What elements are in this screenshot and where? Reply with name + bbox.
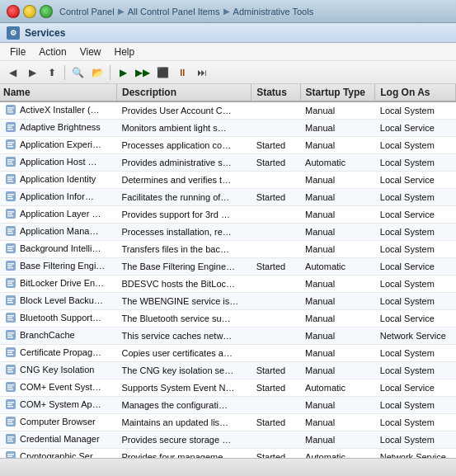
breadcrumb-item-1[interactable]: Control Panel [59,7,115,16]
up-button[interactable]: ⬆ [43,64,61,82]
table-row[interactable]: BitLocker Drive En…BDESVC hosts the BitL… [0,276,456,293]
col-header-logon[interactable]: Log On As [375,84,456,101]
cell-desc: Manages the configurati… [116,397,251,414]
cell-desc: Transfers files in the bac… [116,241,251,258]
svg-rect-75 [7,423,13,425]
services-table: Name Description Status Startup Type Log… [0,84,456,458]
menu-view[interactable]: View [73,45,108,59]
svg-rect-17 [7,177,14,178]
table-row[interactable]: Adaptive BrightnessMonitors ambient ligh… [0,120,456,137]
pause-button[interactable]: ⏸ [173,64,191,82]
breadcrumb-sep-2: ▶ [223,7,230,16]
cell-status [252,276,300,293]
svg-rect-50 [7,318,12,319]
window-controls[interactable] [7,5,53,18]
table-row[interactable]: BranchCacheThis service caches netw…Manu… [0,328,456,345]
svg-rect-57 [7,350,14,351]
table-row[interactable]: COM+ System Ap…Manages the configurati…M… [0,397,456,414]
stop-button[interactable]: ⬛ [153,64,172,82]
cell-desc: Processes installation, re… [116,224,251,241]
cell-desc: Provides administrative s… [116,154,251,172]
cell-status: Started [252,189,300,206]
cell-logon: Local Service [375,120,456,137]
breadcrumb-item-2[interactable]: All Control Panel Items [128,7,220,16]
cell-logon: Local System [375,276,456,293]
play-button[interactable]: ▶ [114,64,132,82]
table-row[interactable]: Application Experi…Processes application… [0,137,456,154]
col-header-desc[interactable]: Description [116,84,251,101]
cell-logon: Local System [375,414,456,431]
svg-rect-66 [7,387,12,389]
cell-desc: Processes application co… [116,137,251,154]
svg-rect-5 [7,125,14,126]
toolbar: ◀ ▶ ⬆ 🔍 📂 ▶ ▶▶ ⬛ ⏸ ⏭ [0,61,456,84]
menu-help[interactable]: Help [108,45,142,59]
play2-button[interactable]: ▶▶ [134,64,152,82]
cell-startup: Automatic [300,154,375,172]
svg-rect-3 [7,111,13,113]
maximize-button[interactable] [40,5,53,18]
back-button[interactable]: ◀ [3,64,21,82]
breadcrumb-item-3[interactable]: Administrative Tools [233,7,314,16]
table-row[interactable]: COM+ Event Syst…Supports System Event N…… [0,379,456,397]
cell-status [252,241,300,258]
table-row[interactable]: Application Mana…Processes installation,… [0,224,456,241]
svg-rect-79 [7,441,13,442]
svg-rect-25 [7,211,14,213]
cell-startup: Manual [300,189,375,206]
cell-logon: Local System [375,345,456,362]
cell-desc: The Bluetooth service su… [116,310,251,328]
col-header-startup[interactable]: Startup Type [300,84,375,101]
cell-logon: Local System [375,397,456,414]
svg-rect-54 [7,335,12,337]
table-row[interactable]: Block Level Backu…The WBENGINE service i… [0,293,456,310]
table-row[interactable]: Credential ManagerProvides secure storag… [0,431,456,449]
app-title-text: Services [25,27,65,39]
cell-status: Started [252,258,300,276]
svg-rect-38 [7,266,12,267]
svg-rect-77 [7,436,14,438]
table-row[interactable]: CNG Key IsolationThe CNG key isolation s… [0,362,456,379]
table-row[interactable]: Cryptographic Ser…Provides four manageme… [0,449,456,459]
table-row[interactable]: Computer BrowserMaintains an updated lis… [0,414,456,431]
cell-desc: Monitors ambient light s… [116,120,251,137]
table-row[interactable]: ActiveX Installer (…Provides User Accoun… [0,101,456,120]
cell-name: COM+ Event Syst… [0,379,116,397]
skip-button[interactable]: ⏭ [193,64,211,82]
svg-rect-71 [7,406,13,408]
table-row[interactable]: Background Intelli…Transfers files in th… [0,241,456,258]
folder-button[interactable]: 📂 [88,64,106,82]
svg-rect-46 [7,300,12,302]
svg-rect-34 [7,248,12,250]
menu-file[interactable]: File [3,45,32,59]
svg-rect-35 [7,250,13,252]
cell-desc: Determines and verifies t… [116,172,251,189]
cell-name: Base Filtering Engi… [0,258,116,276]
table-row[interactable]: Base Filtering Engi…The Base Filtering E… [0,258,456,276]
table-row[interactable]: Application Host …Provides administrativ… [0,154,456,172]
menu-action[interactable]: Action [32,45,73,59]
table-row[interactable]: Application Layer …Provides support for … [0,206,456,224]
cell-desc: Copies user certificates a… [116,345,251,362]
table-row[interactable]: Application Infor…Facilitates the runnin… [0,189,456,206]
table-row[interactable]: Certificate Propag…Copies user certifica… [0,345,456,362]
close-button[interactable] [7,5,20,18]
col-header-status[interactable]: Status [252,84,300,101]
cell-desc: Provides User Account C… [116,101,251,120]
cell-name: Credential Manager [0,431,116,449]
table-row[interactable]: Application IdentityDetermines and verif… [0,172,456,189]
table-row[interactable]: Bluetooth Support…The Bluetooth service … [0,310,456,328]
svg-rect-53 [7,332,14,334]
svg-rect-82 [7,456,12,458]
svg-rect-45 [7,298,14,299]
col-header-name[interactable]: Name [0,84,116,101]
cell-status: Started [252,379,300,397]
search-button[interactable]: 🔍 [68,64,87,82]
forward-button[interactable]: ▶ [23,64,41,82]
minimize-button[interactable] [23,5,36,18]
cell-logon: Network Service [375,449,456,459]
svg-rect-61 [7,367,14,369]
cell-startup: Manual [300,414,375,431]
services-table-container[interactable]: Name Description Status Startup Type Log… [0,84,456,458]
svg-rect-47 [7,302,13,304]
